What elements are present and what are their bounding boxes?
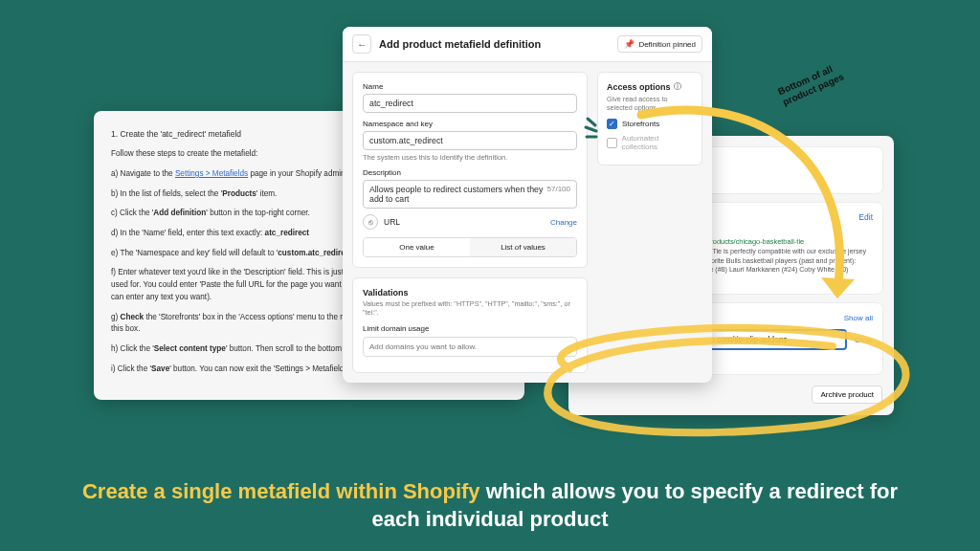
name-input[interactable] bbox=[363, 94, 577, 113]
content-type-label: URL bbox=[384, 217, 400, 227]
definition-pinned-button[interactable]: 📌 Definition pinned bbox=[617, 35, 702, 53]
arrow-label: Bottom of all product pages bbox=[776, 53, 864, 108]
name-label: Name bbox=[363, 82, 577, 91]
automated-collections-label: Automated collections bbox=[622, 134, 693, 151]
metafields-show-all[interactable]: Show all bbox=[844, 314, 873, 322]
panel-header: ← Add product metafield definition 📌 Def… bbox=[343, 27, 712, 62]
description-label: Description bbox=[363, 168, 577, 177]
segment-one-value[interactable]: One value bbox=[364, 238, 470, 256]
automated-collections-checkbox[interactable] bbox=[607, 138, 617, 148]
metafield-definition-panel: ← Add product metafield definition 📌 Def… bbox=[343, 27, 712, 383]
metafield-clear-button[interactable]: Clear bbox=[855, 336, 873, 344]
info-icon: ⓘ bbox=[674, 81, 681, 92]
definition-fields-card: Name Namespace and key The system uses t… bbox=[352, 72, 588, 268]
value-mode-segment[interactable]: One value List of values bbox=[363, 237, 577, 257]
url-type-icon: ⎋ bbox=[363, 214, 378, 230]
change-type-button[interactable]: Change bbox=[550, 218, 577, 227]
archive-product-button[interactable]: Archive product bbox=[812, 386, 882, 404]
segment-list-values[interactable]: List of values bbox=[470, 238, 576, 256]
settings-metafields-link[interactable]: Settings > Metafields bbox=[175, 169, 248, 178]
limit-domain-label: Limit domain usage bbox=[363, 324, 577, 333]
access-options-card: Access options ⓘ Give read access to sel… bbox=[597, 72, 702, 165]
storefronts-option[interactable]: ✓ Storefronts bbox=[607, 119, 693, 129]
description-input[interactable]: Allows people to redirect customers when… bbox=[363, 180, 577, 209]
sel-edit-button[interactable]: Edit bbox=[858, 212, 873, 222]
limit-domain-input[interactable] bbox=[363, 337, 577, 357]
namespace-input[interactable] bbox=[363, 131, 577, 150]
back-button[interactable]: ← bbox=[352, 34, 371, 54]
storefronts-label: Storefronts bbox=[622, 120, 659, 128]
headline: Create a single metafield within Shopify… bbox=[0, 477, 980, 534]
validations-help: Values must be prefixed with: "HTTPS", "… bbox=[363, 299, 577, 317]
validations-card: Validations Values must be prefixed with… bbox=[352, 277, 588, 373]
description-counter: 57/100 bbox=[547, 185, 570, 204]
namespace-label: Namespace and key bbox=[363, 120, 577, 128]
namespace-help: The system uses this to identify the def… bbox=[363, 153, 577, 162]
automated-collections-option[interactable]: Automated collections bbox=[607, 134, 693, 151]
pin-icon: 📌 bbox=[624, 39, 635, 49]
access-options-title: Access options ⓘ bbox=[607, 81, 693, 92]
panel-title: Add product metafield definition bbox=[379, 38, 617, 50]
pin-label: Definition pinned bbox=[638, 40, 696, 49]
headline-gold: Create a single metafield within Shopify bbox=[82, 479, 480, 503]
storefronts-checkbox[interactable]: ✓ bbox=[607, 119, 617, 129]
validations-title: Validations bbox=[363, 288, 577, 298]
access-options-help: Give read access to selected options. bbox=[607, 95, 693, 112]
